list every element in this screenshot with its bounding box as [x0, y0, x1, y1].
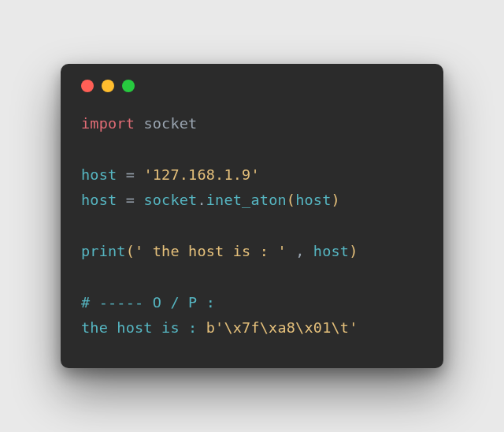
- op-eq: =: [126, 166, 135, 183]
- module-socket: socket: [143, 192, 197, 208]
- dot: .: [197, 192, 206, 208]
- fn-inet-aton: inet_aton: [206, 192, 287, 208]
- module-socket: socket: [143, 115, 197, 132]
- close-icon[interactable]: [81, 80, 94, 92]
- output-lead: the host is :: [81, 319, 206, 336]
- code-line-3: host = socket.inet_aton(host): [81, 192, 340, 208]
- paren-close: ): [332, 192, 340, 208]
- op-eq: =: [126, 192, 135, 208]
- zoom-icon[interactable]: [122, 80, 135, 92]
- comment-op: # ----- O / P :: [81, 294, 215, 311]
- arg-host: host: [295, 192, 331, 208]
- code-line-6: the host is : b'\x7f\xa8\x01\t': [81, 319, 358, 336]
- ident-host: host: [81, 192, 117, 208]
- stage: import socket host = '127.168.1.9' host …: [0, 0, 504, 432]
- window-traffic-lights: [81, 80, 423, 92]
- paren-close: ): [349, 243, 358, 259]
- code-line-5: # ----- O / P :: [81, 294, 215, 311]
- string-ip: '127.168.1.9': [143, 166, 259, 183]
- arg-host: host: [304, 243, 349, 259]
- output-bytes-prefix: b: [206, 319, 215, 336]
- code-line-2: host = '127.168.1.9': [81, 166, 260, 183]
- comma: ,: [287, 243, 305, 259]
- code-line-4: print(' the host is : ' , host): [81, 243, 358, 259]
- paren-open: (: [126, 243, 135, 259]
- output-bytes: '\x7f\xa8\x01\t': [215, 319, 358, 336]
- keyword-import: import: [81, 115, 135, 132]
- code-line-1: import socket: [81, 115, 197, 132]
- string-msg: ' the host is : ': [135, 243, 287, 259]
- ident-host: host: [81, 166, 117, 183]
- fn-print: print: [81, 243, 126, 259]
- code-block: import socket host = '127.168.1.9' host …: [81, 111, 423, 341]
- code-window: import socket host = '127.168.1.9' host …: [61, 64, 443, 367]
- minimize-icon[interactable]: [102, 80, 114, 92]
- paren-open: (: [287, 192, 295, 208]
